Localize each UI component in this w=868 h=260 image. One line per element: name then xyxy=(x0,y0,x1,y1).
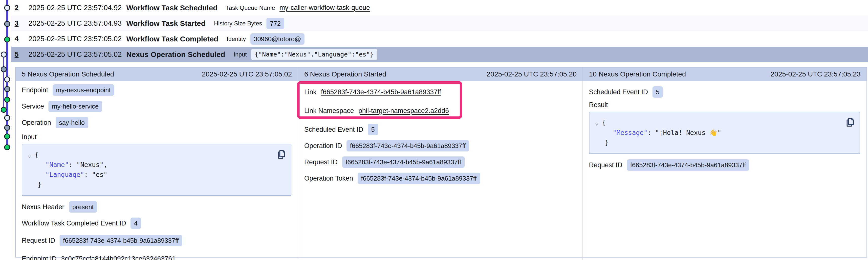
event-detail-value: 30960@totoro@ xyxy=(250,33,305,45)
event-marker[interactable] xyxy=(4,76,10,82)
link-namespace-link[interactable]: phil-target-namespace2.a2dd6 xyxy=(359,107,449,115)
event-detail-label: Identity xyxy=(227,36,246,42)
copy-button[interactable] xyxy=(844,117,856,128)
collapse-chevron-icon[interactable] xyxy=(593,119,602,126)
result-label: Result xyxy=(589,101,860,109)
copy-icon xyxy=(844,117,856,128)
event-time: 2025-02-25 UTC 23:57:05.02 xyxy=(28,50,126,59)
panel-header: 10 Nexus Operation Completed 2025-02-25 … xyxy=(583,68,867,81)
event-name: Workflow Task Started xyxy=(126,19,206,28)
panel-timestamp: 2025-02-25 UTC 23:57:05.20 xyxy=(487,70,577,78)
copy-button[interactable] xyxy=(276,149,287,160)
event-time: 2025-02-25 UTC 23:57:04.92 xyxy=(28,4,126,12)
event-detail-value: {"Name":"Nexus","Language":"es"} xyxy=(251,49,377,60)
field-endpoint: Endpoint my-nexus-endpoint xyxy=(22,84,291,96)
event-name: Workflow Task Scheduled xyxy=(126,4,217,12)
field-link-namespace: Link Namespace phil-target-namespace2.a2… xyxy=(304,105,576,116)
event-marker[interactable] xyxy=(4,125,10,131)
request-id-value: f665283f-743e-4374-b45b-9a61a89337ff xyxy=(342,156,465,168)
field-workflow-task-completed-event-id: Workflow Task Completed Event ID 4 xyxy=(22,218,291,229)
event-marker[interactable] xyxy=(1,66,7,72)
field-operation-token: Operation Token f665283f-743e-4374-b45b-… xyxy=(304,173,576,184)
wtc-event-id-value: 4 xyxy=(130,218,141,229)
event-row-5-selected[interactable]: 5 2025-02-25 UTC 23:57:05.02 Nexus Opera… xyxy=(11,47,868,62)
event-marker[interactable] xyxy=(4,86,10,92)
field-operation: Operation say-hello xyxy=(22,117,291,128)
service-value: my-hello-service xyxy=(49,101,102,112)
field-request-id: Request ID f665283f-743e-4374-b45b-9a61a… xyxy=(22,235,291,246)
field-nexus-header: Nexus Header present xyxy=(22,201,291,213)
event-group-panels: 5 Nexus Operation Scheduled 2025-02-25 U… xyxy=(15,67,867,258)
task-queue-link[interactable]: my-caller-workflow-task-queue xyxy=(280,4,370,11)
event-detail-label: History Size Bytes xyxy=(214,20,262,27)
panel-nexus-operation-started: 6 Nexus Operation Started 2025-02-25 UTC… xyxy=(298,68,583,260)
event-marker[interactable] xyxy=(4,115,10,121)
endpoint-id-link[interactable]: 3c0c75ccfa8144b092c13ce632463761 xyxy=(61,255,176,260)
link-value-link[interactable]: f665283f-743e-4374-b45b-9a61a89337ff xyxy=(321,88,441,96)
event-marker[interactable] xyxy=(4,144,10,150)
event-id-link[interactable]: 3 xyxy=(14,19,23,27)
event-name: Workflow Task Completed xyxy=(126,35,218,43)
operation-id-value: f665283f-743e-4374-b45b-9a61a89337ff xyxy=(346,140,469,151)
event-detail-value: 772 xyxy=(267,18,284,29)
collapse-chevron-icon[interactable] xyxy=(26,151,35,158)
endpoint-value: my-nexus-endpoint xyxy=(53,84,114,96)
event-detail-label: Input xyxy=(234,51,247,58)
event-row-3[interactable]: 3 2025-02-25 UTC 23:57:04.93 Workflow Ta… xyxy=(11,15,868,31)
panel-header: 6 Nexus Operation Started 2025-02-25 UTC… xyxy=(298,68,583,81)
panel-nexus-operation-scheduled: 5 Nexus Operation Scheduled 2025-02-25 U… xyxy=(16,68,298,260)
event-detail-label: Task Queue Name xyxy=(226,4,275,11)
event-marker[interactable] xyxy=(4,21,10,27)
scheduled-event-id-value: 5 xyxy=(368,124,378,135)
timeline-branch-line xyxy=(3,54,4,110)
input-label: Input xyxy=(22,133,291,141)
event-rows: 2 2025-02-25 UTC 23:57:04.92 Workflow Ta… xyxy=(11,0,868,62)
event-name: Nexus Operation Scheduled xyxy=(126,50,225,59)
event-marker[interactable] xyxy=(4,134,10,139)
field-scheduled-event-id: Scheduled Event ID 5 xyxy=(589,86,860,98)
event-id-link[interactable]: 2 xyxy=(14,4,23,12)
event-time: 2025-02-25 UTC 23:57:04.93 xyxy=(28,19,126,27)
field-request-id: Request ID f665283f-743e-4374-b45b-9a61a… xyxy=(304,156,576,168)
operation-value: say-hello xyxy=(56,117,88,128)
event-time: 2025-02-25 UTC 23:57:05.02 xyxy=(28,35,126,43)
field-link: Link f665283f-743e-4374-b45b-9a61a89337f… xyxy=(304,86,576,98)
field-endpoint-id: Endpoint ID 3c0c75ccfa8144b092c13ce63246… xyxy=(22,253,291,260)
input-codeblock: { "Name": "Nexus", "Language": "es" } xyxy=(22,144,291,196)
event-id-link[interactable]: 5 xyxy=(14,50,23,59)
event-marker[interactable] xyxy=(4,5,10,11)
field-scheduled-event-id: Scheduled Event ID 5 xyxy=(304,124,576,135)
panel-title: 10 Nexus Operation Completed xyxy=(589,70,686,78)
request-id-value: f665283f-743e-4374-b45b-9a61a89337ff xyxy=(60,235,182,246)
scheduled-event-id-value: 5 xyxy=(652,86,663,98)
panel-header: 5 Nexus Operation Scheduled 2025-02-25 U… xyxy=(16,68,298,81)
field-service: Service my-hello-service xyxy=(22,101,291,112)
field-operation-id: Operation ID f665283f-743e-4374-b45b-9a6… xyxy=(304,140,576,151)
nexus-header-value: present xyxy=(69,201,97,213)
panel-nexus-operation-completed: 10 Nexus Operation Completed 2025-02-25 … xyxy=(583,68,867,260)
event-id-link[interactable]: 4 xyxy=(14,35,23,43)
panel-timestamp: 2025-02-25 UTC 23:57:05.23 xyxy=(771,70,861,78)
event-marker[interactable] xyxy=(4,37,10,42)
event-row-4[interactable]: 4 2025-02-25 UTC 23:57:05.02 Workflow Ta… xyxy=(11,31,868,47)
panel-title: 5 Nexus Operation Scheduled xyxy=(22,70,114,78)
panel-timestamp: 2025-02-25 UTC 23:57:05.02 xyxy=(202,70,292,78)
copy-icon xyxy=(276,149,287,160)
event-marker[interactable] xyxy=(1,51,7,58)
field-request-id: Request ID f665283f-743e-4374-b45b-9a61a… xyxy=(589,159,860,171)
event-history-view: 2 2025-02-25 UTC 23:57:04.92 Workflow Ta… xyxy=(0,0,868,260)
operation-token-value: f665283f-743e-4374-b45b-9a61a89337ff xyxy=(358,173,480,184)
event-row-2[interactable]: 2 2025-02-25 UTC 23:57:04.92 Workflow Ta… xyxy=(11,0,868,15)
event-marker[interactable] xyxy=(1,107,7,113)
request-id-value: f665283f-743e-4374-b45b-9a61a89337ff xyxy=(627,159,749,171)
event-marker[interactable] xyxy=(4,97,10,103)
panel-title: 6 Nexus Operation Started xyxy=(304,70,386,78)
result-codeblock: { "Message": "¡Hola! Nexus 👋" } xyxy=(589,112,860,154)
